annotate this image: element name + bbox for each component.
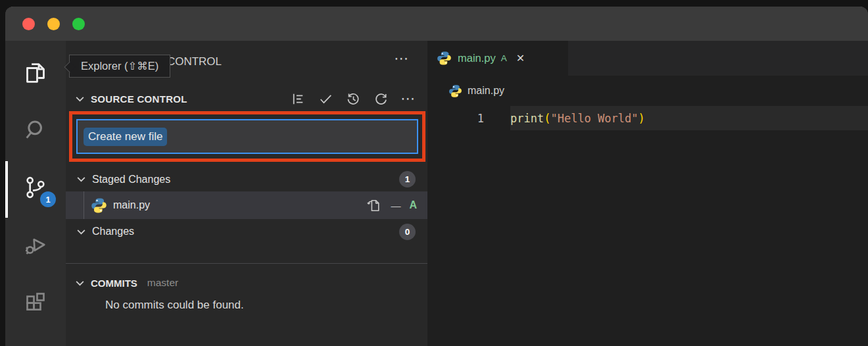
commit-button[interactable] bbox=[318, 91, 334, 107]
debug-icon bbox=[22, 232, 49, 258]
changes-header[interactable]: Changes 0 bbox=[66, 219, 427, 244]
code-line-1[interactable]: 1 print("Hello World") bbox=[427, 106, 868, 130]
files-icon bbox=[22, 60, 49, 86]
indent-guide bbox=[84, 191, 84, 219]
breadcrumb-file-name: main.py bbox=[468, 85, 504, 97]
search-icon bbox=[22, 117, 49, 143]
unstage-changes-button[interactable]: — bbox=[391, 200, 400, 211]
tab-file-name: main.py bbox=[458, 52, 496, 64]
sidebar-item-explorer[interactable] bbox=[20, 58, 51, 88]
extensions-icon bbox=[22, 289, 49, 315]
chevron-down-icon bbox=[74, 93, 86, 105]
code-area[interactable]: 1 print("Hello World") bbox=[427, 106, 868, 346]
chevron-down-icon bbox=[75, 226, 87, 238]
selected-text: Create new file bbox=[84, 128, 167, 146]
token-string: "Hello World" bbox=[550, 112, 638, 125]
red-annotation-rectangle: Create new file bbox=[69, 111, 425, 162]
scm-section-label: SOURCE CONTROL bbox=[91, 93, 290, 105]
sidebar-item-source-control[interactable]: 1 bbox=[20, 172, 51, 203]
git-status-added: A bbox=[409, 199, 417, 211]
active-view-indicator bbox=[5, 161, 8, 218]
branch-name: master bbox=[147, 277, 178, 289]
breadcrumb[interactable]: main.py bbox=[427, 76, 868, 106]
source-control-sidebar: SOURCE CONTROL ⋯ SOURCE CONTROL ⋯ Create… bbox=[66, 41, 427, 346]
token-close-paren: ) bbox=[639, 112, 645, 125]
scm-section-header[interactable]: SOURCE CONTROL ⋯ bbox=[74, 88, 417, 109]
token-open-paren: ( bbox=[544, 112, 550, 125]
tab-git-status: A bbox=[501, 53, 507, 63]
minimize-window-button[interactable] bbox=[47, 18, 60, 30]
changes-count-badge: 0 bbox=[399, 224, 416, 240]
python-file-icon bbox=[437, 51, 452, 66]
commits-section-header[interactable]: COMMITS master bbox=[74, 272, 417, 293]
staged-file-row[interactable]: main.py — A bbox=[66, 191, 427, 219]
scm-more-actions-button[interactable]: ⋯ bbox=[400, 91, 417, 106]
refresh-button[interactable] bbox=[373, 91, 389, 107]
staged-count-badge: 1 bbox=[399, 171, 416, 187]
zoom-window-button[interactable] bbox=[72, 18, 85, 30]
activity-bar: 1 bbox=[5, 41, 66, 346]
scm-count-badge: 1 bbox=[40, 191, 56, 207]
staged-changes-label: Staged Changes bbox=[92, 174, 399, 185]
vscode-window: 1 SOURCE CONTROL ⋯ SOURCE CONTROL ⋯ bbox=[5, 7, 868, 346]
commit-message-input[interactable]: Create new file bbox=[76, 119, 418, 154]
panel-more-actions-button[interactable]: ⋯ bbox=[394, 51, 410, 66]
python-file-icon bbox=[91, 197, 107, 214]
view-as-tree-button[interactable] bbox=[290, 91, 306, 107]
staged-file-name: main.py bbox=[113, 199, 366, 211]
history-button[interactable] bbox=[345, 91, 362, 107]
tab-bar: main.py A ✕ bbox=[427, 41, 868, 76]
close-window-button[interactable] bbox=[22, 18, 35, 30]
changes-label: Changes bbox=[92, 226, 399, 237]
section-divider bbox=[66, 263, 427, 264]
line-number: 1 bbox=[427, 112, 510, 125]
commits-label: COMMITS bbox=[91, 278, 137, 289]
sidebar-item-run-debug[interactable] bbox=[20, 230, 51, 260]
no-commits-message: No commits could be found. bbox=[105, 299, 244, 312]
editor-area: main.py A ✕ main.py 1 print("Hello World… bbox=[427, 41, 868, 346]
close-tab-button[interactable]: ✕ bbox=[516, 52, 525, 64]
tooltip-text: Explorer (⇧⌘E) bbox=[81, 60, 158, 72]
tab-main-py[interactable]: main.py A ✕ bbox=[427, 41, 568, 76]
code-text: print("Hello World") bbox=[510, 112, 645, 125]
explorer-tooltip: Explorer (⇧⌘E) bbox=[69, 55, 170, 78]
python-file-icon bbox=[448, 84, 462, 98]
chevron-down-icon bbox=[75, 173, 87, 185]
chevron-down-icon bbox=[74, 277, 86, 289]
sidebar-item-search[interactable] bbox=[20, 115, 51, 145]
titlebar bbox=[5, 7, 868, 41]
open-file-button[interactable] bbox=[366, 197, 382, 214]
token-function: print bbox=[510, 112, 544, 125]
staged-changes-header[interactable]: Staged Changes 1 bbox=[66, 167, 427, 191]
sidebar-item-extensions[interactable] bbox=[20, 287, 51, 317]
